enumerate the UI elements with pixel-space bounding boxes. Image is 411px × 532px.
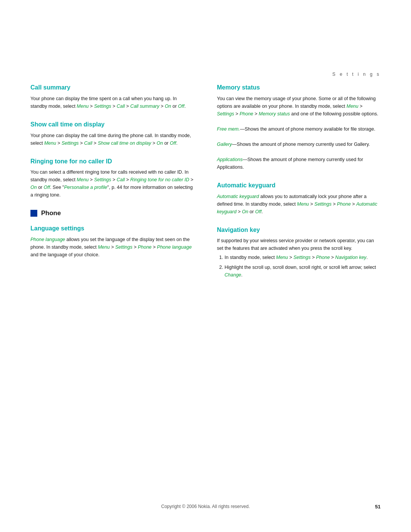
navigation-key-title: Navigation key bbox=[217, 226, 381, 234]
ms-settings-link: Settings bbox=[217, 111, 234, 117]
ls-sep1: > bbox=[110, 244, 115, 250]
language-settings-title: Language settings bbox=[30, 225, 194, 233]
ls-text2: and the language of your choice. bbox=[30, 252, 99, 257]
rt-sep5: or bbox=[37, 185, 44, 190]
sct-on-link: On bbox=[157, 141, 163, 146]
ak-sep6: . bbox=[261, 209, 263, 214]
sct-sep5: or bbox=[163, 141, 170, 146]
nk-step2: Highlight the scroll up, scroll down, sc… bbox=[225, 264, 381, 279]
automatic-keyguard-body: Automatic keyguard allows you to automat… bbox=[217, 193, 381, 216]
footer-copyright: Copyright © 2006 Nokia. All rights reser… bbox=[161, 504, 250, 509]
rt-off-link: Off bbox=[44, 185, 50, 190]
call-summary-section: Call summary Your phone can display the … bbox=[30, 84, 194, 110]
sct-sep4: > bbox=[151, 141, 156, 146]
language-settings-section: Language settings Phone language allows … bbox=[30, 225, 194, 259]
footer-page-number: 51 bbox=[375, 504, 381, 510]
ls-menu-link: Menu bbox=[98, 244, 110, 250]
rt-profile-link: Personalise a profile bbox=[64, 185, 107, 190]
cs-sep2: > bbox=[111, 104, 116, 109]
ms-menu-link: Menu bbox=[347, 104, 358, 109]
rt-sep4: > bbox=[189, 177, 193, 182]
show-call-time-section: Show call time on display Your phone can… bbox=[30, 121, 194, 147]
sct-sep2: > bbox=[79, 141, 84, 146]
ms-ms-link: Memory status bbox=[259, 111, 290, 117]
call-summary-title: Call summary bbox=[30, 84, 194, 92]
nk-step2-text: Highlight the scroll up, scroll down, sc… bbox=[225, 265, 376, 270]
ms-sep3: > bbox=[253, 111, 259, 117]
settings-label: S e t t i n g s bbox=[332, 72, 381, 77]
nk-step1-phone-link: Phone bbox=[316, 255, 330, 260]
ms-gallery-link: Gallery bbox=[217, 142, 232, 147]
rt-on-link: On bbox=[30, 185, 37, 190]
sct-sct-link: Show call time on display bbox=[98, 141, 151, 146]
automatic-keyguard-section: Automatic keyguard Automatic keyguard al… bbox=[217, 182, 381, 216]
phone-title: Phone bbox=[41, 209, 61, 217]
sct-sep6: . bbox=[176, 141, 177, 146]
ms-gallery: Gallery—Shows the amount of phone memory… bbox=[217, 141, 381, 148]
ms-free-mem: Free mem.—Shows the amount of phone memo… bbox=[217, 125, 381, 133]
rt-rt-link: Ringing tone for no caller ID bbox=[130, 177, 189, 182]
call-summary-on-link: On bbox=[165, 104, 171, 109]
ringing-tone-title: Ringing tone for no caller ID bbox=[30, 158, 194, 166]
sct-off-link: Off bbox=[170, 141, 176, 146]
nk-intro: If supported by your wireless service pr… bbox=[217, 237, 381, 252]
ringing-tone-section: Ringing tone for no caller ID You can se… bbox=[30, 158, 194, 199]
nk-steps-list: In standby mode, select Menu > Settings … bbox=[217, 254, 381, 279]
ms-text2: and one of the following possible option… bbox=[290, 111, 378, 117]
memory-status-section: Memory status You can view the memory us… bbox=[217, 84, 381, 171]
nk-step1-nk-link: Navigation key bbox=[335, 255, 366, 260]
ak-sep2: > bbox=[331, 201, 337, 207]
rt-sep3: > bbox=[125, 177, 130, 182]
ak-sep3: > bbox=[351, 201, 356, 207]
ak-phone-link: Phone bbox=[337, 201, 351, 207]
rt-settings-link: Settings bbox=[94, 177, 111, 182]
rt-menu-link: Menu bbox=[77, 177, 89, 182]
sct-menu-link: Menu bbox=[44, 141, 56, 146]
footer: Copyright © 2006 Nokia. All rights reser… bbox=[0, 504, 411, 509]
call-summary-cs-link: Call summary bbox=[130, 104, 159, 109]
ak-menu-link: Menu bbox=[297, 201, 309, 207]
ls-phone-lang-link: Phone language bbox=[30, 237, 65, 242]
right-column: Memory status You can view the memory us… bbox=[217, 84, 381, 289]
ringing-tone-body: You can select a different ringing tone … bbox=[30, 168, 194, 199]
ak-settings-link: Settings bbox=[314, 201, 331, 207]
ls-phone-link: Phone bbox=[138, 244, 151, 250]
nk-step1-sep1: > bbox=[288, 255, 293, 260]
ak-sep1: > bbox=[309, 201, 314, 207]
page-container: S e t t i n g s Call summary Your phone … bbox=[0, 0, 411, 532]
ak-on-link: On bbox=[242, 209, 249, 214]
ms-sep1: > bbox=[358, 104, 363, 109]
ls-pl-link: Phone language bbox=[157, 244, 192, 250]
memory-status-body: You can view the memory usage of your ph… bbox=[217, 95, 381, 171]
navigation-key-body: If supported by your wireless service pr… bbox=[217, 237, 381, 279]
nk-step1-sep3: > bbox=[330, 255, 335, 260]
nk-step2-change-link: Change bbox=[225, 272, 241, 278]
phone-box-icon bbox=[30, 210, 37, 217]
left-column: Call summary Your phone can display the … bbox=[30, 84, 194, 289]
cs-sep3: > bbox=[125, 104, 130, 109]
sct-call-link: Call bbox=[84, 141, 92, 146]
ak-ak-link: Automatic keyguard bbox=[217, 194, 259, 199]
navigation-key-section: Navigation key If supported by your wire… bbox=[217, 226, 381, 279]
rt-call-link: Call bbox=[117, 177, 125, 182]
call-summary-call-link: Call bbox=[117, 104, 125, 109]
sct-sep1: > bbox=[56, 141, 61, 146]
sct-settings-link: Settings bbox=[62, 141, 79, 146]
phone-section-header: Phone bbox=[30, 209, 194, 217]
sct-sep3: > bbox=[92, 141, 98, 146]
ls-sep3: > bbox=[151, 244, 157, 250]
ls-sep2: > bbox=[132, 244, 138, 250]
ms-gallery-body: —Shows the amount of phone memory curren… bbox=[232, 142, 370, 147]
ak-sep4: > bbox=[236, 209, 242, 214]
nk-step2-end: . bbox=[241, 272, 242, 278]
ms-sep2: > bbox=[234, 111, 239, 117]
rt-sep6: . See " bbox=[50, 185, 64, 190]
nk-step1-end: . bbox=[366, 255, 368, 260]
ms-intro: You can view the memory usage of your ph… bbox=[217, 95, 381, 118]
nk-step1-text: In standby mode, select bbox=[225, 255, 276, 260]
call-summary-body: Your phone can display the time spent on… bbox=[30, 95, 194, 110]
memory-status-title: Memory status bbox=[217, 84, 381, 92]
nk-step1-menu-link: Menu bbox=[276, 255, 288, 260]
ms-free-mem-body: —Shows the amount of phone memory availa… bbox=[240, 126, 375, 132]
cs-sep1: > bbox=[89, 104, 94, 109]
